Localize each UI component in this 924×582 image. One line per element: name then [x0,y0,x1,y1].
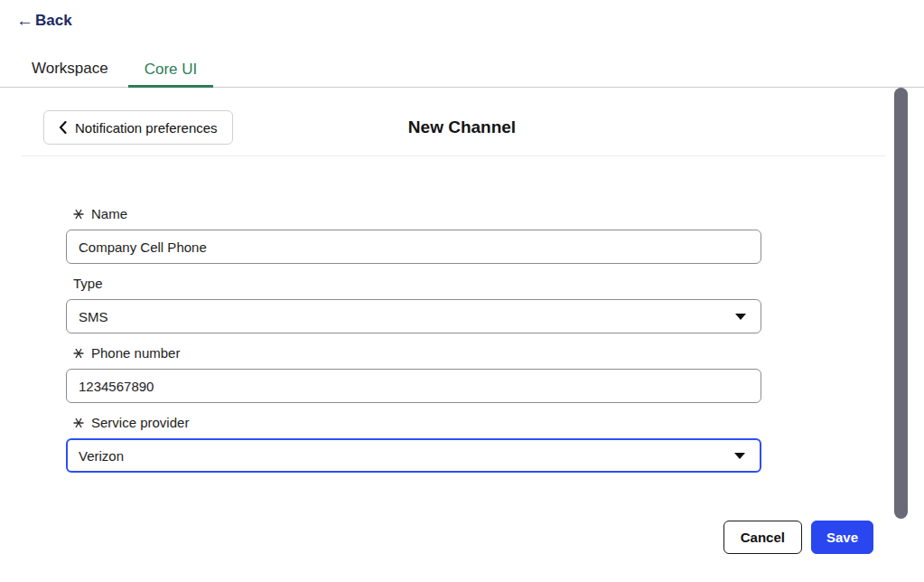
screen: ← Back Workspace Core UI Notification pr… [0,0,924,582]
new-channel-panel: Notification preferences New Channel Nam… [0,89,924,582]
field-name: Name [66,205,761,264]
service-provider-select[interactable]: Verizon [66,438,761,473]
tab-core-ui[interactable]: Core UI [128,61,214,88]
save-button[interactable]: Save [811,521,873,554]
phone-number-label-text: Phone number [91,344,180,362]
caret-down-icon [735,314,746,320]
name-label-text: Name [91,205,127,223]
back-arrow-icon: ← [16,12,33,29]
tab-workspace[interactable]: Workspace [15,60,125,87]
scrollbar-thumb[interactable] [894,88,908,519]
form-actions: Cancel Save [723,521,873,554]
name-input[interactable] [66,230,761,264]
required-asterisk-icon [73,209,84,220]
phone-number-label: Phone number [73,344,761,362]
header-divider [22,155,885,156]
name-label: Name [73,205,761,223]
field-phone-number: Phone number [66,344,761,403]
new-channel-form: Name Type SMS Phone number [66,205,761,483]
panel-header: Notification preferences New Channel [0,110,924,145]
required-asterisk-icon [73,348,84,359]
notification-preferences-back-button[interactable]: Notification preferences [43,110,233,145]
required-asterisk-icon [73,418,84,428]
cancel-button[interactable]: Cancel [723,521,802,554]
phone-number-input[interactable] [66,369,761,403]
type-label-text: Type [73,275,103,293]
service-provider-label: Service provider [73,414,761,432]
type-select-value: SMS [79,309,108,324]
tab-bar: Workspace Core UI [0,50,924,88]
chevron-left-icon [59,121,67,134]
back-link-label: Back [35,13,72,28]
page-title: New Channel [408,110,516,145]
field-service-provider: Service provider Verizon [66,414,761,473]
type-label: Type [73,275,761,293]
field-type: Type SMS [66,275,761,333]
back-link[interactable]: ← Back [16,12,72,29]
service-provider-select-value: Verizon [79,448,124,464]
caret-down-icon [734,453,745,459]
type-select[interactable]: SMS [66,299,761,333]
service-provider-label-text: Service provider [91,414,189,432]
notification-preferences-back-label: Notification preferences [75,120,218,136]
